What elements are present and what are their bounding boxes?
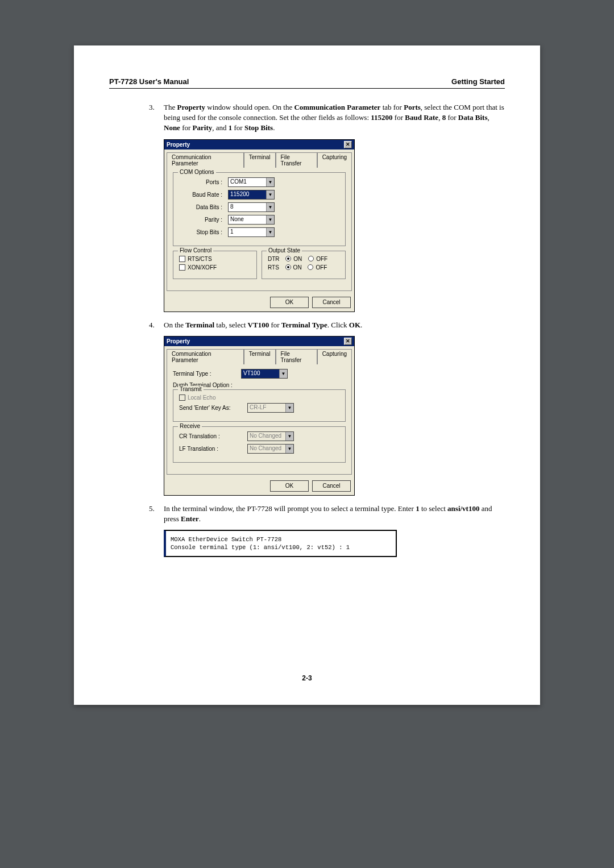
tab-comm-param[interactable]: Communication Parameter — [167, 349, 244, 364]
step-3: 3. The Property window should open. On t… — [149, 102, 505, 134]
checkbox-label: RTS/CTS — [188, 256, 212, 262]
page-content: 3. The Property window should open. On t… — [109, 102, 505, 557]
header-left: PT-7728 User's Manual — [109, 77, 189, 86]
chevron-down-icon: ▼ — [285, 404, 293, 412]
checkbox-icon — [179, 394, 185, 401]
cr-translation-combo: No Changed▼ — [247, 431, 294, 441]
combo-box[interactable]: 1▼ — [228, 227, 275, 237]
combo-box[interactable]: None▼ — [228, 215, 275, 225]
chevron-down-icon: ▼ — [285, 432, 293, 441]
tab-file-transfer[interactable]: File Transfer — [276, 152, 317, 168]
step-text: The Property window should open. On the … — [164, 102, 505, 134]
page-header: PT-7728 User's Manual Getting Started — [109, 77, 505, 89]
com-options-group: COM Options Ports :COM1▼Baud Rate :11520… — [173, 172, 346, 246]
document-page: PT-7728 User's Manual Getting Started 3.… — [74, 45, 540, 705]
group-legend: Flow Control — [178, 247, 213, 254]
checkbox-icon — [179, 264, 185, 271]
close-icon[interactable]: ✕ — [344, 141, 352, 148]
checkbox-label: Local Echo — [188, 394, 215, 401]
send-enter-combo: CR-LF▼ — [247, 403, 294, 413]
chevron-down-icon: ▼ — [279, 369, 287, 378]
combo-value: No Changed — [248, 432, 285, 441]
checkbox-icon — [179, 256, 185, 262]
tab-terminal[interactable]: Terminal — [244, 349, 276, 364]
dialog-buttons: OK Cancel — [164, 293, 354, 312]
group-legend: Transmit — [178, 386, 204, 392]
step-number: 5. — [149, 504, 164, 524]
step-list: 4. On the Terminal tab, select VT100 for… — [149, 320, 505, 330]
terminal-line: MOXA EtherDevice Switch PT-7728 — [171, 535, 391, 543]
step-number: 4. — [149, 320, 164, 330]
transmit-group: Transmit Local Echo Send 'Enter' Key As:… — [173, 389, 346, 422]
terminal-output-box: MOXA EtherDevice Switch PT-7728 Console … — [164, 530, 397, 557]
dialog-titlebar[interactable]: Property ✕ — [164, 140, 354, 149]
checkbox-label: XON/XOFF — [188, 264, 217, 271]
step-text: In the terminal window, the PT-7728 will… — [164, 504, 505, 524]
tab-terminal[interactable]: Terminal — [244, 152, 276, 168]
combo-value: None — [229, 215, 266, 224]
combo-value: No Changed — [248, 445, 285, 453]
chevron-down-icon: ▼ — [266, 190, 274, 199]
lf-translation-row: LF Translation : No Changed▼ — [179, 444, 339, 454]
cancel-button[interactable]: Cancel — [312, 297, 351, 308]
ok-button[interactable]: OK — [270, 297, 309, 308]
field-label: Stop Bits : — [179, 229, 228, 235]
cancel-button[interactable]: Cancel — [312, 480, 351, 492]
radio-off[interactable] — [308, 256, 314, 261]
field-label: CR Translation : — [179, 433, 247, 439]
radio-text: OFF — [316, 264, 327, 271]
rts-row: RTS ON OFF — [268, 264, 339, 271]
dialog-tabs: Communication Parameter Terminal File Tr… — [164, 149, 354, 167]
send-enter-row: Send 'Enter' Key As: CR-LF▼ — [179, 403, 339, 413]
combo-box[interactable]: COM1▼ — [228, 177, 275, 187]
combo-value: VT100 — [242, 369, 279, 378]
dialog-panel: COM Options Ports :COM1▼Baud Rate :11520… — [167, 167, 352, 291]
xon-xoff-checkbox[interactable]: XON/XOFF — [179, 264, 251, 271]
dialog-buttons: OK Cancel — [164, 477, 354, 495]
dialog-panel: Terminal Type : VT100▼ Dumb Terminal Opt… — [167, 364, 352, 475]
rts-cts-checkbox[interactable]: RTS/CTS — [179, 256, 251, 262]
terminal-line: Console terminal type (1: ansi/vt100, 2:… — [171, 543, 391, 551]
cr-translation-row: CR Translation : No Changed▼ — [179, 431, 339, 441]
receive-group: Receive CR Translation : No Changed▼ LF … — [173, 426, 346, 463]
flow-control-group: Flow Control RTS/CTS XON/XOFF — [173, 251, 257, 279]
com-option-row: Data Bits :8▼ — [179, 202, 339, 212]
dialog-title: Property — [167, 142, 190, 148]
field-label: Send 'Enter' Key As: — [179, 405, 247, 411]
radio-text: ON — [293, 264, 302, 271]
chevron-down-icon: ▼ — [285, 445, 293, 453]
header-right: Getting Started — [451, 77, 505, 86]
ok-button[interactable]: OK — [270, 480, 309, 492]
radio-on[interactable] — [285, 264, 291, 270]
property-dialog-terminal: Property ✕ Communication Parameter Termi… — [164, 336, 355, 496]
dtr-row: DTR ON OFF — [268, 256, 339, 262]
chevron-down-icon: ▼ — [266, 228, 274, 236]
step-list: 5. In the terminal window, the PT-7728 w… — [149, 504, 505, 524]
field-label: LF Translation : — [179, 446, 247, 452]
tab-capturing[interactable]: Capturing — [317, 349, 352, 364]
radio-label: RTS — [268, 264, 279, 271]
step-text: On the Terminal tab, select VT100 for Te… — [164, 320, 505, 330]
dialog-titlebar[interactable]: Property ✕ — [164, 337, 354, 346]
com-option-row: Stop Bits :1▼ — [179, 227, 339, 237]
combo-box[interactable]: 115200▼ — [228, 190, 275, 200]
radio-label: DTR — [268, 256, 280, 262]
step-number: 3. — [149, 102, 164, 134]
close-icon[interactable]: ✕ — [344, 338, 352, 345]
terminal-type-combo[interactable]: VT100▼ — [241, 369, 288, 379]
property-dialog-comm: Property ✕ Communication Parameter Termi… — [164, 139, 355, 312]
dialog-tabs: Communication Parameter Terminal File Tr… — [164, 346, 354, 364]
step-4: 4. On the Terminal tab, select VT100 for… — [149, 320, 505, 330]
tab-file-transfer[interactable]: File Transfer — [276, 349, 317, 364]
radio-on[interactable] — [285, 256, 291, 261]
radio-off[interactable] — [308, 264, 313, 270]
tab-comm-param[interactable]: Communication Parameter — [167, 152, 244, 168]
field-label: Parity : — [179, 217, 228, 223]
field-label: Baud Rate : — [179, 192, 228, 198]
field-label: Terminal Type : — [173, 371, 241, 377]
combo-box[interactable]: 8▼ — [228, 202, 275, 212]
tab-capturing[interactable]: Capturing — [317, 152, 352, 168]
chevron-down-icon: ▼ — [266, 215, 274, 224]
combo-value: COM1 — [229, 178, 266, 186]
combo-value: 115200 — [229, 190, 266, 199]
